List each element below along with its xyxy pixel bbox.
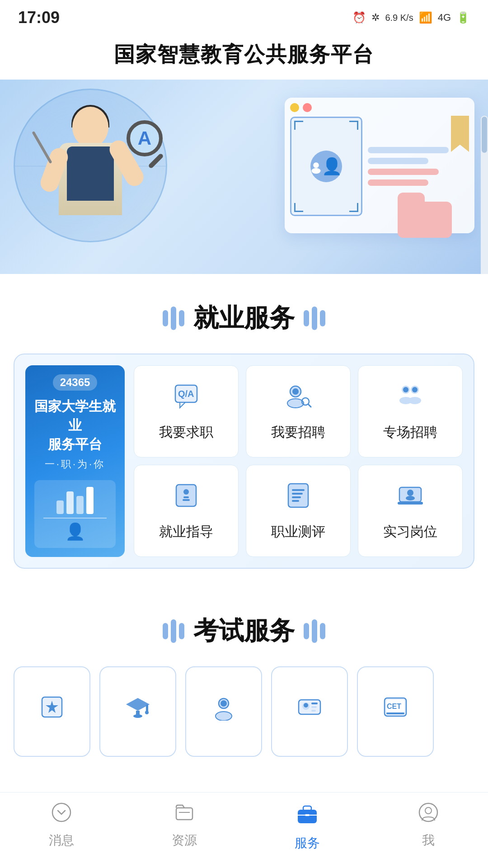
employment-section-title: 就业服务 xyxy=(193,301,295,335)
nav-resources[interactable]: 资源 xyxy=(172,802,197,852)
win-close-btn xyxy=(303,103,312,112)
laptop-person-icon xyxy=(396,481,425,516)
svg-rect-16 xyxy=(176,485,196,506)
ebar-3 xyxy=(179,623,184,639)
exam-section-header: 考试服务 xyxy=(0,587,488,666)
character-illustration: A xyxy=(27,98,172,269)
win-avatar-icon xyxy=(310,151,342,182)
ebar-5 xyxy=(312,619,317,643)
svg-rect-23 xyxy=(292,496,301,498)
ebar-2 xyxy=(171,619,176,643)
service-career-guide[interactable]: 就业指导 xyxy=(134,465,239,557)
alarm-icon: ⏰ xyxy=(352,11,366,24)
win-line-2 xyxy=(368,158,428,164)
status-icons: ⏰ ✲ 6.9 K/s 📶 4G 🔋 xyxy=(352,11,470,24)
ebar-6 xyxy=(320,623,325,639)
svg-point-7 xyxy=(292,388,299,395)
exam-left-bars xyxy=(163,619,184,643)
star-certificate-icon xyxy=(38,693,66,726)
nav-messages[interactable]: 消息 xyxy=(49,802,74,852)
svg-point-15 xyxy=(408,397,421,404)
svg-rect-24 xyxy=(292,500,299,502)
nav-messages-label: 消息 xyxy=(49,832,74,849)
svg-marker-4 xyxy=(180,402,185,408)
svg-line-9 xyxy=(308,404,311,407)
nav-services-label: 服务 xyxy=(295,835,320,852)
win-minimize-btn xyxy=(290,103,299,112)
page-title: 国家智慧教育公共服务平台 xyxy=(0,32,488,80)
win-line-4 xyxy=(368,179,428,186)
service-internship-label: 实习岗位 xyxy=(383,523,437,541)
svg-rect-45 xyxy=(311,710,316,712)
cet-icon: CET xyxy=(382,693,409,726)
nav-profile[interactable]: 我 xyxy=(418,802,439,852)
exam-card-4[interactable] xyxy=(271,666,348,757)
bar-3 xyxy=(179,310,184,326)
svg-point-17 xyxy=(183,489,189,495)
person-id-icon xyxy=(210,693,237,726)
svg-point-58 xyxy=(425,807,432,814)
service-job-seek[interactable]: Q/A 我要求职 xyxy=(134,365,239,458)
people-icon xyxy=(396,382,425,417)
svg-rect-49 xyxy=(386,712,404,714)
svg-rect-20 xyxy=(288,484,308,507)
svg-point-38 xyxy=(221,700,227,707)
bar-5 xyxy=(312,307,317,330)
char-shirt xyxy=(67,146,114,201)
employment-platform-banner[interactable]: 24365 国家大学生就业服务平台 一·职·为·你 👤 xyxy=(25,365,125,557)
graduation-icon xyxy=(124,693,151,726)
svg-rect-44 xyxy=(311,706,317,708)
employment-section-header: 就业服务 xyxy=(0,274,488,354)
svg-rect-26 xyxy=(398,502,423,505)
nav-profile-label: 我 xyxy=(422,832,435,849)
service-special-recruit-label: 专场招聘 xyxy=(383,423,437,442)
battery-icon: 🔋 xyxy=(456,11,470,24)
bar-1 xyxy=(163,310,168,326)
scrollbar-thumb xyxy=(482,117,487,153)
nav-services[interactable]: 服务 xyxy=(295,802,320,852)
exam-card-2[interactable] xyxy=(99,666,176,757)
service-grid: Q/A 我要求职 我要招聘 xyxy=(134,365,463,557)
banner-badge: 24365 xyxy=(53,374,98,391)
info-icon xyxy=(172,481,201,516)
svg-point-11 xyxy=(403,387,408,392)
qa-icon: Q/A xyxy=(172,382,201,417)
service-recruit[interactable]: 我要招聘 xyxy=(246,365,351,458)
svg-rect-43 xyxy=(311,703,318,704)
hero-banner: A xyxy=(0,80,488,274)
banner-title: 国家大学生就业服务平台 xyxy=(33,397,117,454)
svg-point-36 xyxy=(145,711,149,714)
win-profile-area xyxy=(290,117,362,216)
exam-card-3[interactable] xyxy=(185,666,262,757)
svg-point-28 xyxy=(406,496,415,500)
bar-6 xyxy=(320,310,325,326)
scrollbar-decoration xyxy=(481,116,488,274)
svg-point-1 xyxy=(312,168,321,174)
svg-rect-51 xyxy=(176,808,192,820)
service-internship[interactable]: 实习岗位 xyxy=(358,465,463,557)
employment-card: 24365 国家大学生就业服务平台 一·职·为·你 👤 Q/A xyxy=(14,354,474,569)
svg-rect-35 xyxy=(146,704,148,712)
service-career-test[interactable]: 职业测评 xyxy=(246,465,351,557)
exam-card-cet[interactable]: CET xyxy=(357,666,434,757)
person-icon xyxy=(418,802,439,828)
svg-point-14 xyxy=(412,387,418,392)
bar-4 xyxy=(304,310,309,326)
magnify-glass: A xyxy=(127,120,163,170)
service-recruit-label: 我要招聘 xyxy=(271,423,325,442)
folder-body xyxy=(398,202,452,238)
signal-text: 6.9 K/s xyxy=(385,13,413,23)
svg-rect-21 xyxy=(292,489,305,491)
svg-rect-19 xyxy=(183,499,190,501)
wifi-icon: 📶 xyxy=(419,11,432,24)
service-job-seek-label: 我要求职 xyxy=(159,423,213,442)
svg-text:CET: CET xyxy=(387,703,401,710)
exam-cards-row: CET xyxy=(0,666,488,766)
exam-card-1[interactable] xyxy=(14,666,90,757)
win-line-3 xyxy=(368,169,439,175)
svg-point-0 xyxy=(313,162,319,168)
ebar-4 xyxy=(304,623,309,639)
exam-section-title: 考试服务 xyxy=(193,614,295,648)
svg-rect-53 xyxy=(298,810,317,823)
service-special-recruit[interactable]: 专场招聘 xyxy=(358,365,463,458)
